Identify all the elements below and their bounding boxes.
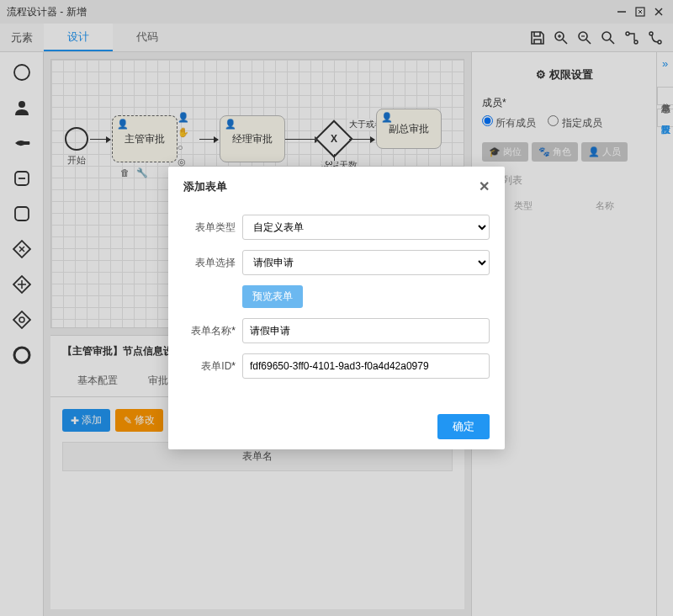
label-form-type: 表单类型 [183, 220, 242, 235]
preview-form-button[interactable]: 预览表单 [242, 285, 303, 308]
form-name-input[interactable] [242, 318, 490, 343]
modal-overlay[interactable]: 添加表单 ✕ 表单类型 自定义表单 表单选择 请假申请 预览表单 表单名称* 表 [0, 0, 673, 616]
modal-title: 添加表单 [183, 179, 227, 194]
modal-close-button[interactable]: ✕ [479, 178, 490, 194]
form-id-input[interactable] [242, 353, 490, 379]
label-form-select: 表单选择 [183, 256, 242, 270]
modal-ok-button[interactable]: 确定 [437, 414, 490, 439]
form-type-select[interactable]: 自定义表单 [242, 215, 490, 240]
add-form-modal: 添加表单 ✕ 表单类型 自定义表单 表单选择 请假申请 预览表单 表单名称* 表 [168, 167, 505, 449]
form-select[interactable]: 请假申请 [242, 250, 490, 275]
